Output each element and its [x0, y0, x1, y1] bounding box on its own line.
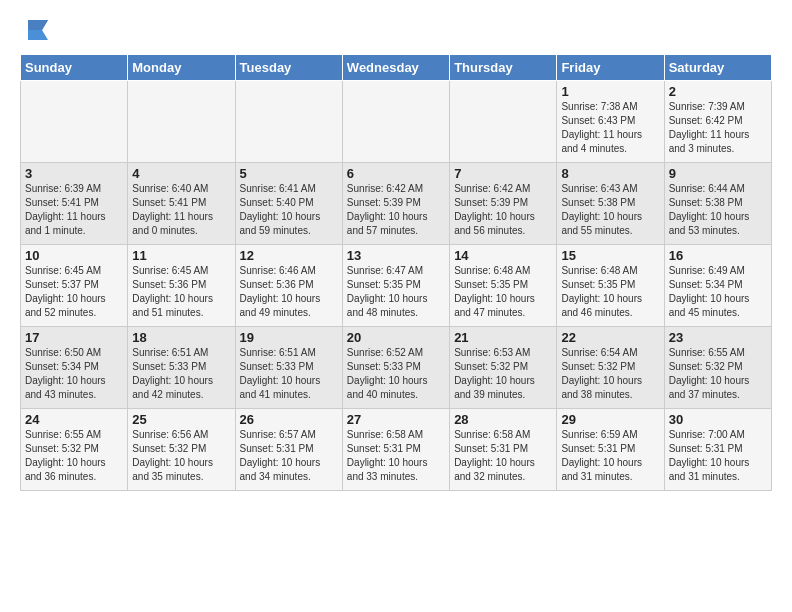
header-cell-monday: Monday — [128, 55, 235, 81]
header — [20, 16, 772, 44]
logo — [20, 16, 52, 44]
calendar-cell: 14Sunrise: 6:48 AM Sunset: 5:35 PM Dayli… — [450, 245, 557, 327]
day-info: Sunrise: 6:42 AM Sunset: 5:39 PM Dayligh… — [347, 182, 445, 238]
day-info: Sunrise: 6:55 AM Sunset: 5:32 PM Dayligh… — [669, 346, 767, 402]
day-info: Sunrise: 6:48 AM Sunset: 5:35 PM Dayligh… — [561, 264, 659, 320]
week-row-5: 24Sunrise: 6:55 AM Sunset: 5:32 PM Dayli… — [21, 409, 772, 491]
day-info: Sunrise: 6:53 AM Sunset: 5:32 PM Dayligh… — [454, 346, 552, 402]
calendar-cell: 6Sunrise: 6:42 AM Sunset: 5:39 PM Daylig… — [342, 163, 449, 245]
day-number: 1 — [561, 84, 659, 99]
day-info: Sunrise: 6:59 AM Sunset: 5:31 PM Dayligh… — [561, 428, 659, 484]
calendar-header: SundayMondayTuesdayWednesdayThursdayFrid… — [21, 55, 772, 81]
day-number: 8 — [561, 166, 659, 181]
header-cell-friday: Friday — [557, 55, 664, 81]
week-row-4: 17Sunrise: 6:50 AM Sunset: 5:34 PM Dayli… — [21, 327, 772, 409]
day-info: Sunrise: 7:38 AM Sunset: 6:43 PM Dayligh… — [561, 100, 659, 156]
day-number: 27 — [347, 412, 445, 427]
calendar-cell: 27Sunrise: 6:58 AM Sunset: 5:31 PM Dayli… — [342, 409, 449, 491]
day-info: Sunrise: 6:54 AM Sunset: 5:32 PM Dayligh… — [561, 346, 659, 402]
calendar-cell: 26Sunrise: 6:57 AM Sunset: 5:31 PM Dayli… — [235, 409, 342, 491]
calendar-page: SundayMondayTuesdayWednesdayThursdayFrid… — [0, 0, 792, 501]
day-number: 6 — [347, 166, 445, 181]
calendar-cell: 12Sunrise: 6:46 AM Sunset: 5:36 PM Dayli… — [235, 245, 342, 327]
svg-marker-1 — [28, 20, 48, 30]
calendar-body: 1Sunrise: 7:38 AM Sunset: 6:43 PM Daylig… — [21, 81, 772, 491]
calendar-cell: 5Sunrise: 6:41 AM Sunset: 5:40 PM Daylig… — [235, 163, 342, 245]
day-info: Sunrise: 6:55 AM Sunset: 5:32 PM Dayligh… — [25, 428, 123, 484]
day-number: 10 — [25, 248, 123, 263]
calendar-cell: 15Sunrise: 6:48 AM Sunset: 5:35 PM Dayli… — [557, 245, 664, 327]
calendar-cell: 22Sunrise: 6:54 AM Sunset: 5:32 PM Dayli… — [557, 327, 664, 409]
day-info: Sunrise: 6:47 AM Sunset: 5:35 PM Dayligh… — [347, 264, 445, 320]
calendar-cell: 24Sunrise: 6:55 AM Sunset: 5:32 PM Dayli… — [21, 409, 128, 491]
calendar-cell: 25Sunrise: 6:56 AM Sunset: 5:32 PM Dayli… — [128, 409, 235, 491]
calendar-cell: 7Sunrise: 6:42 AM Sunset: 5:39 PM Daylig… — [450, 163, 557, 245]
day-number: 24 — [25, 412, 123, 427]
day-info: Sunrise: 6:45 AM Sunset: 5:37 PM Dayligh… — [25, 264, 123, 320]
day-info: Sunrise: 6:58 AM Sunset: 5:31 PM Dayligh… — [347, 428, 445, 484]
day-number: 16 — [669, 248, 767, 263]
day-info: Sunrise: 6:49 AM Sunset: 5:34 PM Dayligh… — [669, 264, 767, 320]
day-info: Sunrise: 6:46 AM Sunset: 5:36 PM Dayligh… — [240, 264, 338, 320]
week-row-1: 1Sunrise: 7:38 AM Sunset: 6:43 PM Daylig… — [21, 81, 772, 163]
calendar-cell: 8Sunrise: 6:43 AM Sunset: 5:38 PM Daylig… — [557, 163, 664, 245]
calendar-cell: 29Sunrise: 6:59 AM Sunset: 5:31 PM Dayli… — [557, 409, 664, 491]
day-number: 11 — [132, 248, 230, 263]
week-row-2: 3Sunrise: 6:39 AM Sunset: 5:41 PM Daylig… — [21, 163, 772, 245]
header-cell-tuesday: Tuesday — [235, 55, 342, 81]
calendar-cell — [128, 81, 235, 163]
day-number: 20 — [347, 330, 445, 345]
calendar-cell: 23Sunrise: 6:55 AM Sunset: 5:32 PM Dayli… — [664, 327, 771, 409]
day-number: 12 — [240, 248, 338, 263]
day-number: 13 — [347, 248, 445, 263]
calendar-cell — [235, 81, 342, 163]
calendar-cell — [450, 81, 557, 163]
day-info: Sunrise: 6:52 AM Sunset: 5:33 PM Dayligh… — [347, 346, 445, 402]
day-number: 4 — [132, 166, 230, 181]
day-number: 28 — [454, 412, 552, 427]
calendar-cell: 1Sunrise: 7:38 AM Sunset: 6:43 PM Daylig… — [557, 81, 664, 163]
day-number: 18 — [132, 330, 230, 345]
day-info: Sunrise: 6:48 AM Sunset: 5:35 PM Dayligh… — [454, 264, 552, 320]
day-number: 14 — [454, 248, 552, 263]
calendar-cell: 9Sunrise: 6:44 AM Sunset: 5:38 PM Daylig… — [664, 163, 771, 245]
day-info: Sunrise: 6:50 AM Sunset: 5:34 PM Dayligh… — [25, 346, 123, 402]
day-number: 5 — [240, 166, 338, 181]
calendar-cell: 18Sunrise: 6:51 AM Sunset: 5:33 PM Dayli… — [128, 327, 235, 409]
day-info: Sunrise: 7:00 AM Sunset: 5:31 PM Dayligh… — [669, 428, 767, 484]
calendar-cell — [21, 81, 128, 163]
day-info: Sunrise: 6:51 AM Sunset: 5:33 PM Dayligh… — [240, 346, 338, 402]
header-cell-wednesday: Wednesday — [342, 55, 449, 81]
calendar-cell: 16Sunrise: 6:49 AM Sunset: 5:34 PM Dayli… — [664, 245, 771, 327]
day-info: Sunrise: 7:39 AM Sunset: 6:42 PM Dayligh… — [669, 100, 767, 156]
day-number: 15 — [561, 248, 659, 263]
day-info: Sunrise: 6:56 AM Sunset: 5:32 PM Dayligh… — [132, 428, 230, 484]
day-info: Sunrise: 6:45 AM Sunset: 5:36 PM Dayligh… — [132, 264, 230, 320]
header-cell-thursday: Thursday — [450, 55, 557, 81]
calendar-cell — [342, 81, 449, 163]
header-row: SundayMondayTuesdayWednesdayThursdayFrid… — [21, 55, 772, 81]
calendar-cell: 20Sunrise: 6:52 AM Sunset: 5:33 PM Dayli… — [342, 327, 449, 409]
day-number: 9 — [669, 166, 767, 181]
calendar-cell: 17Sunrise: 6:50 AM Sunset: 5:34 PM Dayli… — [21, 327, 128, 409]
day-info: Sunrise: 6:51 AM Sunset: 5:33 PM Dayligh… — [132, 346, 230, 402]
calendar-cell: 30Sunrise: 7:00 AM Sunset: 5:31 PM Dayli… — [664, 409, 771, 491]
calendar-cell: 19Sunrise: 6:51 AM Sunset: 5:33 PM Dayli… — [235, 327, 342, 409]
day-info: Sunrise: 6:58 AM Sunset: 5:31 PM Dayligh… — [454, 428, 552, 484]
calendar-cell: 28Sunrise: 6:58 AM Sunset: 5:31 PM Dayli… — [450, 409, 557, 491]
day-number: 29 — [561, 412, 659, 427]
day-number: 26 — [240, 412, 338, 427]
day-number: 19 — [240, 330, 338, 345]
calendar-table: SundayMondayTuesdayWednesdayThursdayFrid… — [20, 54, 772, 491]
header-cell-saturday: Saturday — [664, 55, 771, 81]
day-info: Sunrise: 6:44 AM Sunset: 5:38 PM Dayligh… — [669, 182, 767, 238]
day-info: Sunrise: 6:42 AM Sunset: 5:39 PM Dayligh… — [454, 182, 552, 238]
day-number: 21 — [454, 330, 552, 345]
day-number: 2 — [669, 84, 767, 99]
day-info: Sunrise: 6:41 AM Sunset: 5:40 PM Dayligh… — [240, 182, 338, 238]
day-number: 7 — [454, 166, 552, 181]
calendar-cell: 2Sunrise: 7:39 AM Sunset: 6:42 PM Daylig… — [664, 81, 771, 163]
header-cell-sunday: Sunday — [21, 55, 128, 81]
calendar-cell: 3Sunrise: 6:39 AM Sunset: 5:41 PM Daylig… — [21, 163, 128, 245]
day-number: 23 — [669, 330, 767, 345]
